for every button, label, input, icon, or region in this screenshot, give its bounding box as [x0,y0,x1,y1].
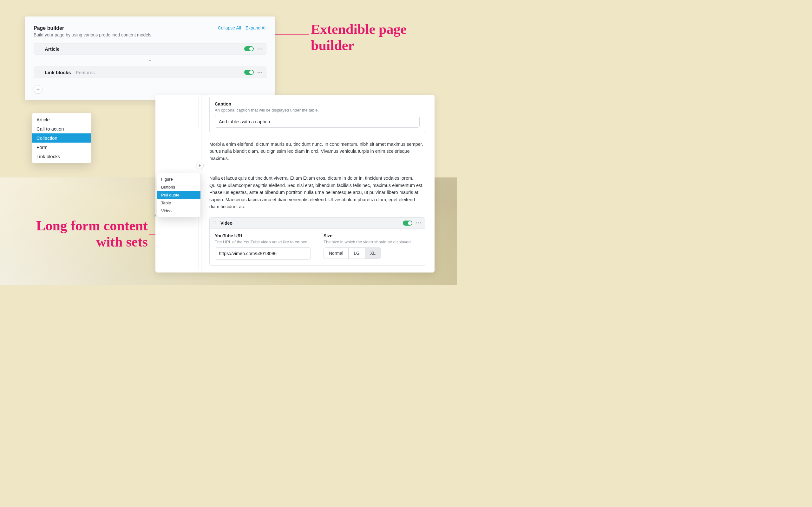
youtube-url-label: YouTube URL [215,233,311,238]
enabled-toggle[interactable] [244,70,254,75]
caption-input[interactable] [215,116,420,128]
paragraph[interactable]: Morbi a enim eleifend, dictum mauris eu,… [209,141,425,162]
size-hint: The size in which the video should be di… [323,239,420,244]
insert-set-inline-button[interactable]: + [196,162,204,169]
annotation-longform: Long form content with sets [27,218,148,250]
paragraph[interactable]: Nulla et lacus quis dui tincidunt viverr… [209,175,425,210]
add-set-menu: ArticleCall to actionCollectionFormLink … [32,113,91,163]
insert-set-menu-item[interactable]: Pull quote [157,191,200,199]
editor-gutter-line [201,95,201,273]
insert-set-menu-item[interactable]: Buttons [157,183,200,191]
insert-between-plus[interactable]: + [34,58,266,63]
clipped-char: s [154,212,156,217]
insert-set-menu-item[interactable]: Table [157,199,200,207]
youtube-url-hint: The URL of the YouTube video you'd like … [215,239,311,244]
set-row-sublabel: Features [76,70,95,75]
drag-handle-icon[interactable] [37,69,42,75]
drag-handle-icon[interactable] [37,46,42,52]
drag-handle-icon[interactable] [213,220,217,226]
page-builder-description: Build your page by using various predefi… [34,32,153,38]
size-option-button[interactable]: XL [365,248,380,259]
add-set-menu-item[interactable]: Call to action [32,124,91,133]
size-option-button[interactable]: Normal [324,248,348,259]
page-builder-title: Page builder [34,25,153,31]
video-set-label: Video [220,221,233,226]
annotation-extendible: Extendible page builder [311,21,407,54]
insert-set-menu-item[interactable]: Video [157,207,200,215]
enabled-toggle[interactable] [403,221,412,226]
more-icon[interactable] [257,47,263,51]
text-caret [210,165,210,171]
more-icon[interactable] [415,221,421,225]
page-builder-panel: Page builder Build your page by using va… [25,16,275,100]
add-set-button[interactable]: + [34,85,43,94]
add-set-menu-item[interactable]: Article [32,115,91,124]
caption-hint: An optional caption that will be display… [215,108,420,112]
size-segmented-control: NormalLGXL [323,247,381,259]
video-set-block: Video YouTube URL The URL of the YouTube… [209,217,425,266]
size-label: Size [323,233,420,238]
editor-range-indicator [199,212,199,269]
add-set-menu-item[interactable]: Form [32,143,91,152]
set-row-label: Article [45,46,60,52]
enabled-toggle[interactable] [244,46,254,51]
set-row-link-blocks[interactable]: Link blocks Features [34,66,266,78]
set-row-label: Link blocks [45,70,71,75]
add-set-menu-item[interactable]: Link blocks [32,152,91,161]
more-icon[interactable] [257,71,263,74]
size-option-button[interactable]: LG [348,248,365,259]
insert-set-menu-item[interactable]: Figure [157,175,200,183]
collapse-all-link[interactable]: Collapse All [218,25,241,31]
add-set-menu-item[interactable]: Collection [32,133,91,143]
youtube-url-input[interactable] [215,247,311,260]
set-row-article[interactable]: Article [34,43,266,55]
caption-field-group: Caption An optional caption that will be… [209,97,425,133]
insert-set-menu: FigureButtonsPull quoteTableVideo [157,173,201,217]
expand-all-link[interactable]: Expand All [246,25,266,31]
caption-label: Caption [215,101,420,107]
editor-range-indicator [199,97,199,129]
